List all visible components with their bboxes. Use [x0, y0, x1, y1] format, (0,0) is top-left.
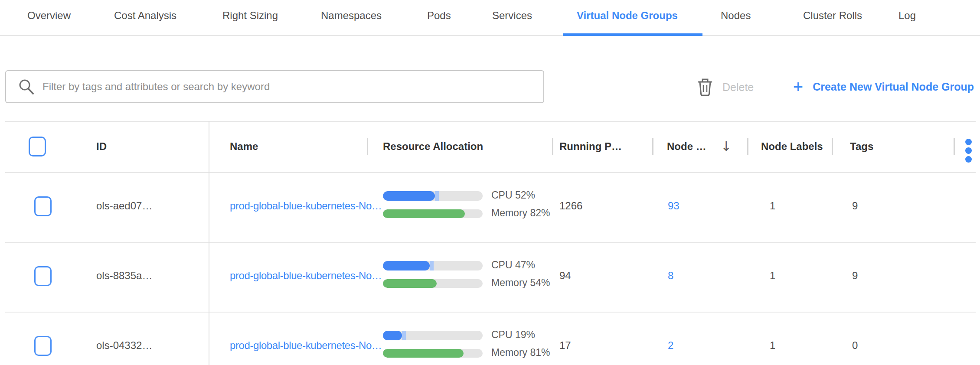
- running-pods-value: 17: [559, 339, 571, 352]
- sort-descending-arrow-icon[interactable]: ↓: [721, 139, 732, 154]
- tab-nodes[interactable]: Nodes: [721, 10, 751, 22]
- memory-percent-label: Memory 82%: [491, 207, 550, 219]
- table-row: ols-aed07… prod-global-blue-kubernetes-N…: [0, 172, 980, 242]
- virtual-node-groups-page: Overview Cost Analysis Right Sizing Name…: [0, 0, 980, 365]
- tab-right-sizing[interactable]: Right Sizing: [222, 10, 278, 22]
- row-name-link[interactable]: prod-global-blue-kubernetes-No…: [230, 269, 382, 282]
- tags-value: 9: [852, 199, 858, 212]
- header-divider: [552, 138, 553, 155]
- row-checkbox[interactable]: [34, 266, 52, 286]
- tab-pods[interactable]: Pods: [427, 10, 451, 22]
- header-divider: [747, 138, 748, 155]
- cpu-bar-track: [383, 261, 483, 270]
- column-header-name[interactable]: Name: [230, 140, 258, 153]
- delete-label: Delete: [722, 81, 754, 94]
- delete-button[interactable]: Delete: [697, 77, 754, 97]
- row-checkbox[interactable]: [34, 336, 52, 356]
- header-divider: [832, 138, 833, 155]
- memory-bar-track: [383, 349, 483, 358]
- cpu-bar-fill: [383, 261, 430, 270]
- running-pods-value: 1266: [559, 199, 582, 212]
- search-icon: [18, 78, 35, 95]
- cpu-bar-fill: [383, 191, 435, 201]
- node-labels-value: 1: [770, 199, 775, 212]
- active-tab-underline: [563, 33, 702, 36]
- tags-value: 9: [852, 269, 858, 282]
- nodes-count-link[interactable]: 2: [668, 339, 673, 352]
- column-settings-kebab-menu-icon[interactable]: [965, 139, 972, 165]
- running-pods-value: 94: [559, 269, 571, 282]
- nodes-count-link[interactable]: 8: [668, 269, 673, 282]
- resource-allocation-bars: [383, 312, 483, 365]
- memory-bar-fill: [383, 279, 437, 288]
- memory-bar-track: [383, 279, 483, 288]
- create-new-virtual-node-group-button[interactable]: + Create New Virtual Node Group: [793, 76, 974, 97]
- row-id: ols-04332…: [96, 339, 152, 352]
- nodes-count-link[interactable]: 93: [668, 199, 679, 212]
- tags-value: 0: [852, 339, 858, 352]
- tab-cost-analysis[interactable]: Cost Analysis: [114, 10, 176, 22]
- row-name-link[interactable]: prod-global-blue-kubernetes-No…: [230, 339, 382, 352]
- row-id: ols-aed07…: [96, 199, 152, 212]
- resource-allocation-bars: [383, 242, 483, 312]
- tab-overview[interactable]: Overview: [27, 10, 71, 22]
- header-divider: [954, 138, 955, 155]
- memory-bar-track: [383, 209, 483, 218]
- table-row: ols-8835a… prod-global-blue-kubernetes-N…: [0, 242, 980, 312]
- cpu-percent-label: CPU 19%: [491, 329, 535, 341]
- table-top-border: [5, 121, 976, 122]
- select-all-checkbox[interactable]: [29, 137, 46, 156]
- tab-cluster-rolls[interactable]: Cluster Rolls: [803, 10, 862, 22]
- row-name-link[interactable]: prod-global-blue-kubernetes-No…: [230, 199, 382, 212]
- row-checkbox[interactable]: [34, 196, 52, 216]
- memory-percent-label: Memory 81%: [491, 347, 550, 358]
- table-row: ols-04332… prod-global-blue-kubernetes-N…: [0, 312, 980, 365]
- tab-namespaces[interactable]: Namespaces: [321, 10, 382, 22]
- header-divider: [367, 138, 368, 155]
- memory-bar-fill: [383, 349, 464, 358]
- column-header-tags[interactable]: Tags: [850, 140, 873, 153]
- column-header-running-pods[interactable]: Running P…: [559, 140, 622, 153]
- plus-icon: +: [793, 78, 803, 95]
- cpu-percent-label: CPU 52%: [491, 189, 535, 201]
- cpu-bar-track: [383, 331, 483, 340]
- create-label: Create New Virtual Node Group: [813, 81, 974, 93]
- column-header-id[interactable]: ID: [96, 140, 107, 153]
- node-labels-value: 1: [770, 339, 775, 352]
- resource-allocation-bars: [383, 172, 483, 242]
- node-labels-value: 1: [770, 269, 775, 282]
- column-header-nodes[interactable]: Node …: [667, 140, 706, 153]
- top-tab-bar: Overview Cost Analysis Right Sizing Name…: [0, 0, 980, 36]
- memory-percent-label: Memory 54%: [491, 277, 550, 289]
- memory-bar-fill: [383, 209, 465, 218]
- tab-services[interactable]: Services: [492, 10, 532, 22]
- tab-virtual-node-groups[interactable]: Virtual Node Groups: [577, 10, 678, 22]
- trash-icon: [697, 78, 713, 97]
- cpu-bar-fill: [383, 331, 402, 340]
- cpu-bar-track: [383, 191, 483, 201]
- column-header-resource-allocation[interactable]: Resource Allocation: [383, 140, 483, 153]
- header-divider: [652, 138, 653, 155]
- column-header-node-labels[interactable]: Node Labels: [761, 140, 823, 153]
- cpu-percent-label: CPU 47%: [491, 259, 535, 271]
- filter-search-input[interactable]: [42, 74, 543, 100]
- tab-log[interactable]: Log: [898, 10, 916, 22]
- filter-search-box[interactable]: [5, 70, 544, 103]
- row-id: ols-8835a…: [96, 269, 152, 282]
